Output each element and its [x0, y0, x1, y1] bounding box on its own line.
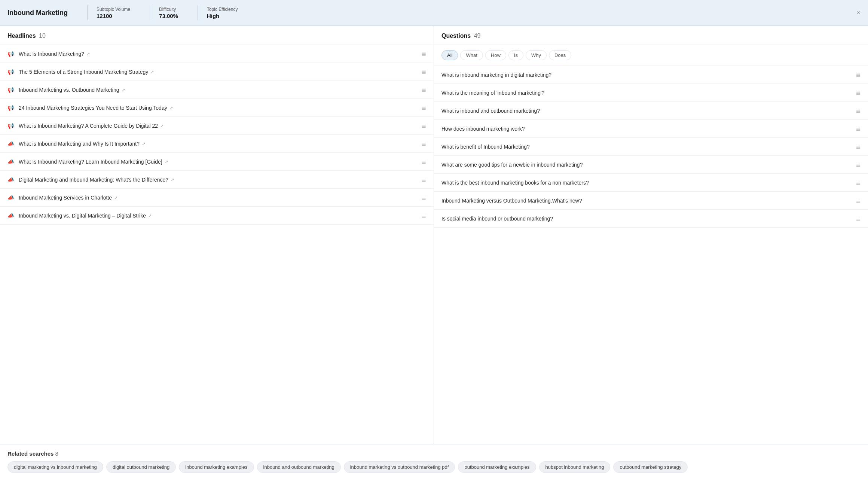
related-searches: Related searches 8 digital marketing vs …: [0, 444, 868, 480]
question-text: Is social media inbound or outbound mark…: [441, 216, 856, 222]
question-text: What is the meaning of 'inbound marketin…: [441, 90, 856, 96]
questions-count: 49: [472, 33, 480, 39]
difficulty-label: Difficulty: [159, 7, 178, 12]
related-searches-count: 8: [55, 450, 58, 457]
headlines-panel: Headlines 10 📢What Is Inbound Marketing?…: [0, 26, 434, 444]
megaphone-icon: 📢: [7, 105, 15, 111]
headline-item: 📣What Is Inbound Marketing? Learn Inboun…: [0, 153, 434, 171]
filter-button-does[interactable]: Does: [549, 50, 571, 60]
related-tags: digital marketing vs inbound marketingdi…: [7, 461, 861, 473]
questions-title: Questions 49: [441, 33, 480, 39]
question-text: What is the best inbound marketing books…: [441, 180, 856, 186]
related-tag[interactable]: inbound and outbound marketing: [257, 461, 341, 473]
header-stat-difficulty: Difficulty 73.00%: [159, 7, 189, 19]
headline-add-button[interactable]: ≣: [421, 86, 426, 93]
related-tag[interactable]: outbound marketing strategy: [613, 461, 688, 473]
headline-text: What Is Inbound Marketing? Learn Inbound…: [19, 159, 418, 165]
headline-item: 📣Digital Marketing and Inbound Marketing…: [0, 171, 434, 189]
external-link-icon[interactable]: ➚: [148, 213, 152, 218]
question-item: How does inbound marketing work?≣: [434, 120, 868, 138]
external-link-icon[interactable]: ➚: [150, 69, 154, 75]
question-add-button[interactable]: ≣: [856, 179, 861, 186]
related-tag[interactable]: digital marketing vs inbound marketing: [7, 461, 103, 473]
megaphone-icon: 📢: [7, 123, 15, 129]
headline-add-button[interactable]: ≣: [421, 212, 426, 219]
close-button[interactable]: ×: [856, 9, 861, 16]
headline-add-button[interactable]: ≣: [421, 194, 426, 201]
question-item: What is the meaning of 'inbound marketin…: [434, 84, 868, 102]
header: Inbound Marketing Subtopic Volume 12100 …: [0, 0, 868, 26]
external-link-icon[interactable]: ➚: [86, 51, 90, 57]
headlines-header: Headlines 10: [0, 26, 434, 45]
header-divider: [87, 5, 88, 20]
megaphone-icon: 📢: [7, 87, 15, 93]
related-tag[interactable]: digital outbound marketing: [106, 461, 176, 473]
filter-button-why[interactable]: Why: [526, 50, 547, 60]
question-add-button[interactable]: ≣: [856, 197, 861, 204]
related-tag[interactable]: outbound marketing examples: [458, 461, 536, 473]
difficulty-value: 73.00%: [159, 13, 178, 19]
related-tag[interactable]: inbound marketing vs outbound marketing …: [344, 461, 455, 473]
megaphone-icon: 📣: [7, 159, 15, 165]
external-link-icon[interactable]: ➚: [114, 195, 118, 200]
filter-button-all[interactable]: All: [441, 50, 458, 60]
external-link-icon[interactable]: ➚: [160, 123, 164, 128]
filter-button-is[interactable]: Is: [508, 50, 523, 60]
external-link-icon[interactable]: ➚: [142, 141, 146, 146]
question-add-button[interactable]: ≣: [856, 215, 861, 222]
question-text: What is benefit of Inbound Marketing?: [441, 144, 856, 150]
megaphone-icon: 📣: [7, 195, 15, 201]
headline-text: What is Inbound Marketing? A Complete Gu…: [19, 123, 418, 129]
headline-item: 📣Inbound Marketing vs. Digital Marketing…: [0, 207, 434, 225]
headline-text: The 5 Elements of a Strong Inbound Marke…: [19, 69, 418, 75]
headline-add-button[interactable]: ≣: [421, 104, 426, 111]
header-divider-2: [150, 5, 150, 20]
headline-text: What Is Inbound Marketing?➚: [19, 51, 418, 57]
question-add-button[interactable]: ≣: [856, 107, 861, 114]
headline-text: What is Inbound Marketing and Why Is It …: [19, 141, 418, 147]
headline-item: 📣Inbound Marketing Services in Charlotte…: [0, 189, 434, 207]
megaphone-icon: 📣: [7, 177, 15, 183]
headline-add-button[interactable]: ≣: [421, 68, 426, 75]
question-add-button[interactable]: ≣: [856, 71, 861, 78]
headlines-count: 10: [37, 33, 46, 39]
question-add-button[interactable]: ≣: [856, 125, 861, 132]
questions-filters: AllWhatHowIsWhyDoes: [434, 45, 868, 66]
headline-add-button[interactable]: ≣: [421, 176, 426, 183]
external-link-icon[interactable]: ➚: [171, 177, 174, 182]
questions-panel: Questions 49 AllWhatHowIsWhyDoes What is…: [434, 26, 868, 444]
external-link-icon[interactable]: ➚: [169, 105, 173, 110]
question-item: What is benefit of Inbound Marketing?≣: [434, 138, 868, 156]
filter-button-what[interactable]: What: [460, 50, 483, 60]
efficiency-label: Topic Efficiency: [207, 7, 238, 12]
megaphone-icon: 📣: [7, 141, 15, 147]
question-text: What is inbound marketing in digital mar…: [441, 72, 856, 78]
question-text: What are some good tips for a newbie in …: [441, 162, 856, 168]
headline-text: Inbound Marketing Services in Charlotte➚: [19, 195, 418, 201]
headline-text: 24 Inbound Marketing Strategies You Need…: [19, 105, 418, 111]
headline-text: Digital Marketing and Inbound Marketing:…: [19, 177, 418, 183]
headline-item: 📢What Is Inbound Marketing?➚≣: [0, 45, 434, 63]
efficiency-value: High: [207, 13, 238, 19]
question-add-button[interactable]: ≣: [856, 89, 861, 96]
question-add-button[interactable]: ≣: [856, 161, 861, 168]
external-link-icon[interactable]: ➚: [165, 159, 168, 164]
headline-add-button[interactable]: ≣: [421, 158, 426, 165]
subtopic-volume-label: Subtopic Volume: [97, 7, 130, 12]
header-divider-3: [198, 5, 198, 20]
headline-add-button[interactable]: ≣: [421, 50, 426, 57]
related-tag[interactable]: inbound marketing examples: [179, 461, 254, 473]
headline-add-button[interactable]: ≣: [421, 140, 426, 147]
question-text: How does inbound marketing work?: [441, 126, 856, 132]
filter-button-how[interactable]: How: [485, 50, 506, 60]
related-tag[interactable]: hubspot inbound marketing: [539, 461, 611, 473]
question-item: What is the best inbound marketing books…: [434, 174, 868, 192]
question-add-button[interactable]: ≣: [856, 143, 861, 150]
question-item: What is inbound and outbound marketing?≣: [434, 102, 868, 120]
headline-add-button[interactable]: ≣: [421, 122, 426, 129]
questions-header: Questions 49: [434, 26, 868, 45]
question-item: Is social media inbound or outbound mark…: [434, 210, 868, 228]
subtopic-volume-value: 12100: [97, 13, 130, 19]
external-link-icon[interactable]: ➚: [122, 87, 125, 92]
headlines-list: 📢What Is Inbound Marketing?➚≣📢The 5 Elem…: [0, 45, 434, 444]
